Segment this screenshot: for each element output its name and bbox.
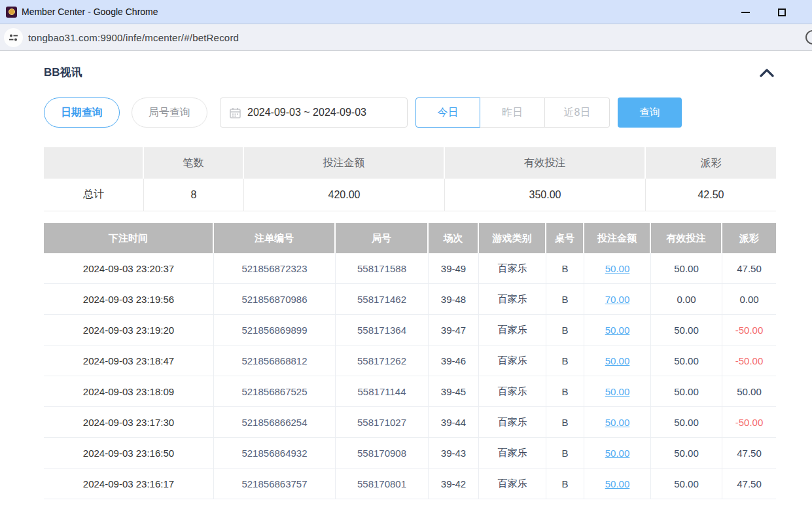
cell-session: 39-44 bbox=[429, 407, 479, 437]
cell-table: B bbox=[546, 376, 584, 406]
search-button[interactable]: 查询 bbox=[618, 97, 682, 128]
tune-icon bbox=[8, 33, 19, 43]
site-settings-button[interactable] bbox=[4, 28, 23, 47]
summary-header-payout: 派彩 bbox=[646, 147, 776, 179]
bet-table-row: 2024-09-03 23:20:37521856872323558171588… bbox=[44, 253, 776, 284]
date-range-input[interactable]: 2024-09-03 ~ 2024-09-03 bbox=[220, 97, 408, 128]
summary-valid-bet-value: 350.00 bbox=[445, 179, 646, 211]
cell-payout: 0.00 bbox=[722, 284, 776, 314]
cell-game: 百家乐 bbox=[479, 253, 546, 283]
cell-table: B bbox=[546, 438, 584, 468]
filter-toolbar: 日期查询 局号查询 2024-09-03 ~ 2024-09-03 今日 bbox=[44, 97, 776, 128]
maximize-icon bbox=[778, 9, 786, 16]
cell-game: 百家乐 bbox=[479, 345, 546, 376]
header-table-no: 桌号 bbox=[546, 223, 584, 253]
bet-table-rows: 2024-09-03 23:20:37521856872323558171588… bbox=[44, 253, 776, 499]
header-round-id: 局号 bbox=[336, 223, 429, 253]
bet-amount-link[interactable]: 50.00 bbox=[605, 325, 630, 336]
cell-bet-amount: 50.00 bbox=[584, 407, 651, 437]
cell-valid-bet: 50.00 bbox=[651, 376, 722, 406]
bet-table-row: 2024-09-03 23:16:17521856863757558170801… bbox=[44, 469, 776, 499]
url-text[interactable]: tongbao31.com:9900/infe/mcenter/#/betRec… bbox=[28, 32, 239, 43]
minimize-button[interactable] bbox=[727, 0, 764, 24]
cell-session: 39-45 bbox=[429, 376, 479, 406]
summary-table: 笔数 投注金额 有效投注 派彩 总计 8 420.00 350.00 42.50 bbox=[44, 147, 776, 211]
bet-amount-link[interactable]: 50.00 bbox=[605, 417, 630, 428]
cell-game: 百家乐 bbox=[479, 315, 546, 345]
cell-time: 2024-09-03 23:19:56 bbox=[44, 284, 214, 314]
cell-table: B bbox=[546, 284, 584, 314]
cell-table: B bbox=[546, 315, 584, 345]
cell-game: 百家乐 bbox=[479, 407, 546, 437]
date-query-tab[interactable]: 日期查询 bbox=[44, 97, 120, 128]
section-title: BB视讯 bbox=[44, 65, 82, 80]
cell-table: B bbox=[546, 407, 584, 437]
bet-table-row: 2024-09-03 23:16:50521856864932558170908… bbox=[44, 438, 776, 469]
cell-payout: 47.50 bbox=[722, 438, 776, 468]
cell-table: B bbox=[546, 345, 584, 376]
round-query-tab[interactable]: 局号查询 bbox=[132, 97, 207, 128]
cell-bet-amount: 50.00 bbox=[584, 345, 651, 376]
cell-valid-bet: 50.00 bbox=[651, 407, 722, 437]
cell-payout: -50.00 bbox=[722, 345, 776, 376]
quick-range-today[interactable]: 今日 bbox=[415, 97, 480, 128]
cell-valid-bet: 50.00 bbox=[651, 253, 722, 283]
header-game-type: 游戏类别 bbox=[479, 223, 546, 253]
cell-round-id: 558171364 bbox=[336, 315, 429, 345]
window-title: Member Center - Google Chrome bbox=[22, 7, 158, 17]
collapse-section-button[interactable] bbox=[758, 66, 776, 79]
cell-round-id: 558171144 bbox=[336, 376, 429, 406]
quick-range-group: 今日 昨日 近8日 bbox=[415, 97, 610, 128]
cell-bet-amount: 70.00 bbox=[584, 284, 651, 314]
cell-session: 39-48 bbox=[429, 284, 479, 314]
bet-amount-link[interactable]: 50.00 bbox=[605, 448, 630, 459]
header-bet-amount: 投注金额 bbox=[584, 223, 651, 253]
maximize-button[interactable] bbox=[764, 0, 800, 24]
cell-time: 2024-09-03 23:17:30 bbox=[44, 407, 214, 437]
bet-amount-link[interactable]: 50.00 bbox=[605, 478, 630, 489]
cell-table: B bbox=[546, 253, 584, 283]
bet-amount-link[interactable]: 50.00 bbox=[605, 386, 630, 397]
cell-valid-bet: 50.00 bbox=[651, 438, 722, 468]
summary-count-value: 8 bbox=[144, 179, 244, 211]
cell-time: 2024-09-03 23:18:09 bbox=[44, 376, 214, 406]
cell-bet-id: 521856868812 bbox=[214, 345, 336, 376]
date-range-value: 2024-09-03 ~ 2024-09-03 bbox=[247, 107, 366, 118]
bet-table-row: 2024-09-03 23:18:47521856868812558171262… bbox=[44, 345, 776, 376]
summary-header-row: 笔数 投注金额 有效投注 派彩 bbox=[44, 147, 776, 179]
bet-table-row: 2024-09-03 23:19:56521856870986558171462… bbox=[44, 284, 776, 315]
minimize-icon bbox=[741, 12, 750, 13]
cell-time: 2024-09-03 23:20:37 bbox=[44, 253, 214, 283]
bet-amount-link[interactable]: 70.00 bbox=[605, 294, 630, 305]
cell-time: 2024-09-03 23:16:17 bbox=[44, 469, 214, 499]
cell-payout: -50.00 bbox=[722, 315, 776, 345]
cell-payout: -50.00 bbox=[722, 407, 776, 437]
cell-payout: 47.50 bbox=[722, 253, 776, 283]
cell-bet-amount: 50.00 bbox=[584, 253, 651, 283]
quick-range-last8days[interactable]: 近8日 bbox=[545, 97, 610, 128]
summary-header-valid-bet: 有效投注 bbox=[445, 147, 646, 179]
cell-bet-amount: 50.00 bbox=[584, 376, 651, 406]
cell-bet-id: 521856869899 bbox=[214, 315, 336, 345]
cell-valid-bet: 50.00 bbox=[651, 315, 722, 345]
bet-amount-link[interactable]: 50.00 bbox=[605, 263, 630, 274]
window-title-bar: Member Center - Google Chrome bbox=[0, 0, 812, 24]
summary-header-bet-amount: 投注金额 bbox=[244, 147, 445, 179]
quick-range-yesterday[interactable]: 昨日 bbox=[480, 97, 545, 128]
address-bar[interactable]: tongbao31.com:9900/infe/mcenter/#/betRec… bbox=[0, 24, 812, 51]
cell-session: 39-42 bbox=[429, 469, 479, 499]
cell-valid-bet: 50.00 bbox=[651, 469, 722, 499]
cell-time: 2024-09-03 23:16:50 bbox=[44, 438, 214, 468]
summary-header-blank bbox=[44, 147, 144, 179]
bet-record-table: 下注时间 注单编号 局号 场次 游戏类别 桌号 投注金额 有效投注 派彩 202… bbox=[44, 223, 776, 499]
header-bet-id: 注单编号 bbox=[214, 223, 336, 253]
cell-round-id: 558171027 bbox=[336, 407, 429, 437]
cell-game: 百家乐 bbox=[479, 469, 546, 499]
cell-round-id: 558171262 bbox=[336, 345, 429, 376]
summary-header-count: 笔数 bbox=[144, 147, 244, 179]
cell-payout: 50.00 bbox=[722, 376, 776, 406]
bet-amount-link[interactable]: 50.00 bbox=[605, 355, 630, 366]
cell-session: 39-46 bbox=[429, 345, 479, 376]
casino-chip-icon bbox=[6, 7, 17, 18]
summary-bet-amount-value: 420.00 bbox=[244, 179, 445, 211]
